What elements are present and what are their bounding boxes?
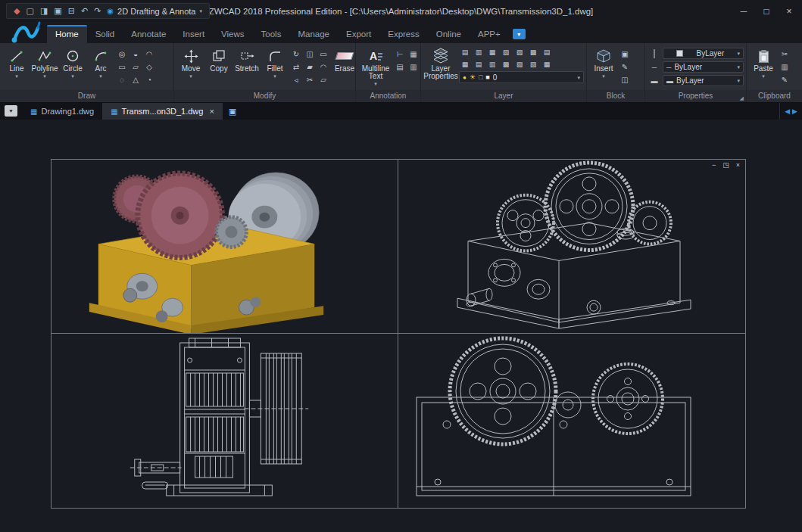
redo-icon[interactable]: ↷	[94, 7, 101, 15]
dimension-icon[interactable]: ⊢	[394, 48, 406, 60]
lineweight-dropdown[interactable]: ▬ ByLayer ▾	[663, 75, 744, 86]
layer-tool-icon[interactable]: ▤	[459, 47, 471, 58]
close-tab-icon[interactable]: ×	[209, 107, 214, 116]
doc-tab-transmission[interactable]: ▦ Transm...on3D_1.dwg ×	[102, 103, 223, 120]
offset-icon[interactable]: ⇄	[290, 61, 302, 73]
ellipse-icon[interactable]: ◇	[143, 61, 155, 73]
hatch-icon[interactable]: △	[130, 74, 142, 86]
copy-clip-icon[interactable]: ▥	[779, 61, 791, 72]
viewport-side-view[interactable]	[398, 334, 745, 508]
scale-icon[interactable]: ▭	[317, 48, 329, 60]
ray-icon[interactable]: ◒	[130, 48, 142, 60]
layer-tool-icon[interactable]: ▧	[500, 47, 512, 58]
move-button[interactable]: Move ▾	[178, 45, 204, 79]
save-icon[interactable]: ▣	[54, 7, 61, 15]
panel-expander-icon[interactable]: ◢	[740, 92, 744, 104]
tab-insert[interactable]: Insert	[174, 25, 213, 43]
plot-icon[interactable]: ⊟	[68, 7, 75, 15]
point-icon[interactable]: ◌	[116, 74, 128, 86]
tab-export[interactable]: Export	[338, 25, 379, 43]
layer-tool-icon[interactable]: ▥	[473, 47, 485, 58]
viewport-3d-wireframe[interactable]	[398, 160, 745, 334]
leader-icon[interactable]: ▤	[394, 61, 406, 73]
text-style-icon[interactable]: ▥	[407, 61, 420, 73]
layer-tool-icon[interactable]: ▥	[486, 59, 498, 70]
layer-properties-button[interactable]: Layer Properties	[425, 45, 457, 80]
polyline-button[interactable]: Polyline ▾	[32, 45, 58, 79]
doc-tab-drawing1[interactable]: ▦ Drawing1.dwg	[22, 103, 102, 120]
close-button[interactable]: ×	[778, 0, 800, 23]
layer-tool-icon[interactable]: ▨	[527, 59, 539, 70]
workspace-label: 2D Drafting & Annota	[117, 7, 195, 16]
layer-tool-icon[interactable]: ▩	[527, 47, 539, 58]
insert-button[interactable]: Insert ▾	[591, 45, 616, 79]
block-attributes-icon[interactable]: ◫	[619, 74, 631, 85]
open-file-icon[interactable]: ◨	[40, 7, 48, 15]
explode-icon[interactable]: ✂	[304, 74, 316, 86]
tab-solid[interactable]: Solid	[87, 25, 123, 43]
layer-tool-icon[interactable]: ▧	[513, 59, 526, 70]
undo-icon[interactable]: ↶	[81, 7, 88, 15]
rotate-icon[interactable]: ↻	[290, 48, 302, 60]
edit-block-icon[interactable]: ✎	[619, 61, 631, 72]
layer-tool-icon[interactable]: ▦	[486, 47, 498, 58]
trim-icon[interactable]: ◠	[317, 61, 329, 73]
circle-button[interactable]: Circle ▾	[60, 45, 86, 79]
stretch-icon	[240, 47, 254, 65]
line-button[interactable]: Line ▾	[4, 45, 30, 79]
multiline-text-button[interactable]: A Multiline Text ▾	[360, 45, 392, 86]
tab-annotate[interactable]: Annotate	[123, 25, 174, 43]
viewport-3d-shaded[interactable]	[51, 160, 398, 334]
viewport-restore-icon[interactable]: ◳	[722, 161, 729, 169]
break-icon[interactable]: ◃	[290, 74, 302, 86]
drawing-canvas[interactable]: − ◳ ×	[0, 120, 802, 532]
stretch-button[interactable]: Stretch	[234, 45, 260, 73]
new-file-icon[interactable]: ▢	[26, 7, 33, 15]
copy-button[interactable]: Copy	[206, 45, 232, 73]
arc-button[interactable]: Arc ▾	[88, 45, 114, 79]
fillet-button[interactable]: Fillet ▾	[262, 45, 288, 79]
linetype-dropdown[interactable]: ─ ByLayer ▾	[663, 61, 744, 73]
region-icon[interactable]: ◔	[143, 74, 155, 86]
layer-tool-icon[interactable]: ▤	[541, 47, 553, 58]
viewport-minimize-icon[interactable]: −	[712, 161, 716, 169]
maximize-button[interactable]: □	[755, 0, 778, 23]
layer-tool-icon[interactable]: ▦	[459, 59, 471, 70]
tab-express[interactable]: Express	[379, 25, 428, 43]
cut-icon[interactable]: ✂	[779, 48, 791, 59]
create-block-icon[interactable]: ▣	[619, 48, 631, 59]
layer-tool-icon[interactable]: ▨	[513, 47, 526, 58]
tab-home[interactable]: Home	[47, 25, 87, 43]
layer-dropdown[interactable]: ● ☀ □ ■ 0 ▾	[459, 71, 584, 83]
tab-tools[interactable]: Tools	[253, 25, 290, 43]
new-tab-icon[interactable]: ▣	[229, 107, 236, 117]
erase-button[interactable]: Erase	[332, 45, 355, 73]
color-dropdown[interactable]: ByLayer ▾	[663, 48, 744, 59]
tab-views[interactable]: Views	[213, 25, 252, 43]
join-icon[interactable]: ▱	[317, 74, 329, 86]
tab-app-plus[interactable]: APP+	[470, 25, 509, 43]
paste-button[interactable]: Paste ▾	[751, 45, 776, 79]
minimize-button[interactable]: ─	[732, 0, 755, 23]
layer-tool-icon[interactable]: ▩	[500, 59, 512, 70]
polygon-icon[interactable]: ▱	[130, 61, 142, 73]
layer-tool-icon[interactable]: ▦	[541, 59, 553, 70]
rectangle-icon[interactable]: ▭	[116, 61, 128, 73]
doc-tab-menu-button[interactable]: ▼	[5, 105, 17, 117]
spline-icon[interactable]: ◠	[143, 48, 155, 60]
donut-icon[interactable]: ◎	[116, 48, 128, 60]
workspace-switcher[interactable]: ◉ 2D Drafting & Annota ▾	[107, 7, 202, 16]
mirror-icon[interactable]: ◫	[304, 48, 316, 60]
match-properties-icon[interactable]: ✎	[779, 74, 791, 85]
tab-manage[interactable]: Manage	[289, 25, 338, 43]
viewport-close-icon[interactable]: ×	[736, 161, 740, 169]
scroll-right-icon[interactable]: ▶	[792, 107, 797, 115]
app-download-icon[interactable]: ▼	[513, 29, 526, 39]
scroll-left-icon[interactable]: ◀	[785, 107, 790, 115]
array-icon[interactable]: ▰	[304, 61, 316, 73]
tab-online[interactable]: Online	[428, 25, 470, 43]
layer-tool-icon[interactable]: ▤	[473, 59, 485, 70]
table-icon[interactable]: ▦	[407, 48, 420, 60]
viewport-front-view[interactable]	[51, 334, 398, 508]
zwcad-app-icon[interactable]: ◆	[14, 7, 20, 15]
